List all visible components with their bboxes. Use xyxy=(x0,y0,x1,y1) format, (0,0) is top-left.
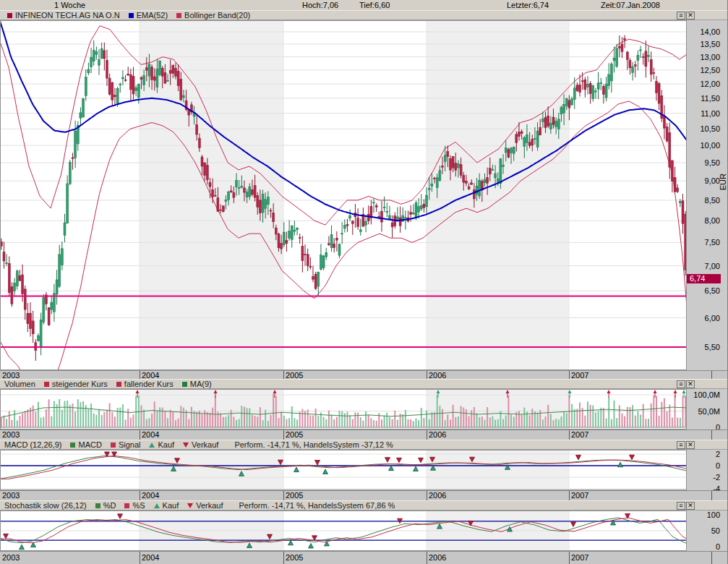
bollinger-color-chip xyxy=(176,13,181,18)
sell-marker xyxy=(118,514,123,519)
year-tick xyxy=(283,552,284,564)
panel-menu-icon[interactable]: ≡ xyxy=(677,502,685,510)
sell-marker-icon xyxy=(183,443,189,448)
sell-label: Verkauf xyxy=(196,501,223,510)
year-tick xyxy=(569,491,570,500)
year-label: 2003 xyxy=(2,491,20,500)
panel-close-icon[interactable]: ✕ xyxy=(686,502,695,510)
sell-marker xyxy=(312,536,317,541)
year-label: 2004 xyxy=(142,553,159,562)
year-tick xyxy=(140,491,140,500)
year-tick xyxy=(427,491,427,500)
macd-title: MACD (12,26,9) xyxy=(4,440,61,449)
rising-volume-label: steigender Kurs xyxy=(52,380,108,388)
volume-ma-chip xyxy=(182,382,187,387)
year-label: 2003 xyxy=(2,553,20,562)
year-tick xyxy=(569,552,570,564)
volume-title: Volumen xyxy=(4,380,35,388)
panel-close-icon[interactable]: ✕ xyxy=(686,380,695,388)
year-tick xyxy=(283,371,284,379)
year-shading-band xyxy=(427,450,569,490)
year-tick xyxy=(569,371,570,379)
price-axis: EUR 6,74 14,0013,5013,0012,5012,0011,501… xyxy=(687,20,728,370)
price-tick-label: 8,00 xyxy=(705,216,720,225)
last-price-label: Letzter:6,74 xyxy=(507,1,549,9)
sell-marker xyxy=(419,458,424,463)
ema-color-chip xyxy=(129,13,134,18)
year-label: 2004 xyxy=(142,430,159,439)
chart-application-window: 1 Woche Hoch:7,06 Tief:6,60 Letzter:6,74… xyxy=(0,0,728,564)
volume-spike-arrow xyxy=(136,390,140,393)
buy-marker xyxy=(309,543,314,548)
panel-close-icon[interactable]: ✕ xyxy=(686,441,695,449)
buy-marker xyxy=(20,544,25,550)
year-label: 2006 xyxy=(429,430,446,439)
volume-ma9-line xyxy=(0,407,687,417)
time-label: Zeit:07.Jan.2008 xyxy=(601,1,660,9)
sell-marker xyxy=(571,522,576,527)
volume-spike-arrow xyxy=(654,390,657,393)
sell-label: Verkauf xyxy=(192,440,218,449)
year-tick xyxy=(427,552,427,564)
macd-line-label: MACD xyxy=(78,440,101,449)
percent-s-chip xyxy=(124,503,129,508)
high-label: Hoch:7,06 xyxy=(302,1,338,9)
panel-menu-icon[interactable]: ≡ xyxy=(677,380,685,388)
ema52-line xyxy=(0,21,687,221)
price-tick-label: 7,50 xyxy=(705,238,720,247)
sell-marker xyxy=(385,458,390,463)
price-chart-plot[interactable] xyxy=(0,20,687,370)
price-tick-label: 9,00 xyxy=(705,176,720,185)
bollinger-lower-line xyxy=(0,101,687,370)
buy-label: Kauf xyxy=(158,440,174,449)
year-tick xyxy=(283,491,284,500)
panel-menu-icon[interactable]: ≡ xyxy=(677,441,685,449)
bollinger-upper-line xyxy=(0,26,687,225)
price-tick-label: 14,00 xyxy=(700,27,720,36)
buy-marker xyxy=(414,466,419,471)
sell-marker xyxy=(4,534,9,539)
year-tick xyxy=(427,371,427,379)
macd-legend-bar: MACD (12,26,9) MACD Signal Kauf Verkauf … xyxy=(0,440,728,450)
buy-marker xyxy=(323,469,328,474)
panel-menu-icon[interactable]: ≡ xyxy=(677,12,685,20)
volume-spike-arrow xyxy=(682,390,686,393)
price-tick-label: 10,00 xyxy=(700,141,720,150)
stochastic-tick-label: 100 xyxy=(707,510,720,519)
price-tick-label: 13,50 xyxy=(700,40,720,48)
time-axis-bottom: 20032004200520062007 xyxy=(0,551,728,564)
sell-marker xyxy=(630,455,635,460)
year-tick xyxy=(427,430,427,440)
buy-marker xyxy=(618,462,623,467)
buy-marker xyxy=(389,466,394,471)
volume-plot[interactable] xyxy=(0,389,687,430)
sell-marker xyxy=(576,455,581,460)
volume-legend-bar: Volumen steigender Kurs fallender Kurs M… xyxy=(0,379,728,389)
year-label: 2005 xyxy=(286,491,303,500)
period-label: 1 Woche xyxy=(54,1,85,9)
macd-axis: 20-2-4 xyxy=(687,450,728,490)
instrument-label: INFINEON TECH.AG NA O.N xyxy=(15,11,120,20)
last-price-badge: 6,74 xyxy=(687,274,721,283)
year-tick xyxy=(711,552,712,564)
stochastic-axis: 100500 xyxy=(687,510,728,551)
macd-line-chip xyxy=(70,443,75,448)
year-tick xyxy=(711,430,712,440)
stochastic-plot[interactable] xyxy=(0,510,687,551)
signal-line-chip xyxy=(111,443,116,448)
macd-plot[interactable] xyxy=(0,450,687,490)
year-label: 2005 xyxy=(286,430,303,439)
stochastic-tick-label: 0 xyxy=(716,542,720,551)
price-tick-label: 11,50 xyxy=(701,94,720,103)
buy-marker-icon xyxy=(154,503,160,508)
macd-tick-label: -2 xyxy=(713,473,720,482)
year-label: 2007 xyxy=(571,491,588,500)
sell-marker-icon xyxy=(187,503,193,508)
volume-tick-label: 50,0M xyxy=(698,407,720,416)
volume-spike-arrow xyxy=(607,390,611,393)
buy-label: Kauf xyxy=(163,501,179,510)
percent-d-chip xyxy=(95,503,100,508)
year-label: 2006 xyxy=(429,553,446,562)
price-tick-label: 12,00 xyxy=(700,80,720,88)
panel-close-icon[interactable]: ✕ xyxy=(686,12,695,20)
